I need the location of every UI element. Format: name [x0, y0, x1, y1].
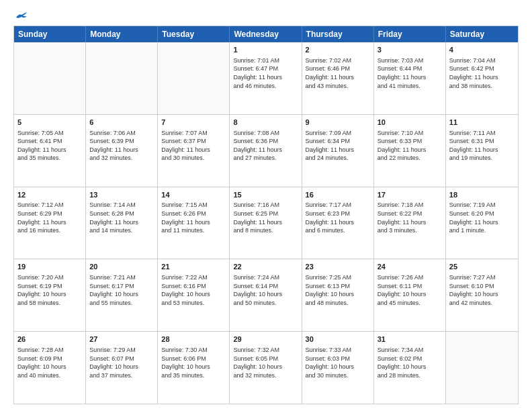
calendar-header: SundayMondayTuesdayWednesdayThursdayFrid…	[14, 26, 518, 42]
calendar-cell-3-3: 14Sunrise: 7:15 AM Sunset: 6:26 PM Dayli…	[158, 187, 230, 259]
calendar-cell-3-7: 18Sunrise: 7:19 AM Sunset: 6:20 PM Dayli…	[446, 187, 518, 259]
calendar-cell-1-5: 2Sunrise: 7:02 AM Sunset: 6:46 PM Daylig…	[302, 42, 374, 114]
calendar-cell-5-1: 26Sunrise: 7:28 AM Sunset: 6:09 PM Dayli…	[14, 332, 86, 404]
cell-info: Sunrise: 7:07 AM Sunset: 6:37 PM Dayligh…	[161, 129, 226, 163]
day-number: 4	[449, 45, 515, 55]
day-number: 13	[89, 190, 154, 200]
cell-info: Sunrise: 7:18 AM Sunset: 6:22 PM Dayligh…	[378, 201, 442, 234]
calendar-cell-5-2: 27Sunrise: 7:29 AM Sunset: 6:07 PM Dayli…	[86, 332, 158, 404]
calendar-cell-2-5: 9Sunrise: 7:09 AM Sunset: 6:34 PM Daylig…	[302, 115, 374, 187]
calendar-row-4: 19Sunrise: 7:20 AM Sunset: 6:19 PM Dayli…	[14, 259, 518, 331]
day-number: 10	[378, 118, 442, 128]
day-number: 11	[449, 118, 515, 128]
cell-info: Sunrise: 7:30 AM Sunset: 6:06 PM Dayligh…	[161, 346, 226, 379]
day-number: 8	[233, 118, 298, 128]
day-number: 18	[449, 190, 515, 200]
weekday-header-monday: Monday	[86, 26, 158, 42]
cell-info: Sunrise: 7:02 AM Sunset: 6:46 PM Dayligh…	[306, 56, 370, 90]
calendar-cell-5-7	[446, 332, 518, 404]
cell-info: Sunrise: 7:27 AM Sunset: 6:10 PM Dayligh…	[449, 273, 515, 307]
day-number: 31	[378, 334, 442, 345]
day-number: 3	[378, 45, 442, 55]
weekday-header-saturday: Saturday	[446, 26, 518, 42]
cell-info: Sunrise: 7:04 AM Sunset: 6:42 PM Dayligh…	[449, 56, 515, 90]
logo	[13, 11, 28, 20]
logo-bird-icon	[15, 11, 28, 20]
day-number: 24	[378, 262, 442, 272]
day-number: 25	[449, 262, 515, 272]
day-number: 15	[233, 190, 298, 200]
calendar-cell-3-1: 12Sunrise: 7:12 AM Sunset: 6:29 PM Dayli…	[14, 187, 86, 259]
day-number: 26	[17, 334, 82, 345]
calendar-cell-5-3: 28Sunrise: 7:30 AM Sunset: 6:06 PM Dayli…	[158, 332, 230, 404]
calendar-cell-2-2: 6Sunrise: 7:06 AM Sunset: 6:39 PM Daylig…	[86, 115, 158, 187]
page: SundayMondayTuesdayWednesdayThursdayFrid…	[0, 0, 532, 411]
cell-info: Sunrise: 7:06 AM Sunset: 6:39 PM Dayligh…	[89, 129, 154, 163]
calendar-cell-2-6: 10Sunrise: 7:10 AM Sunset: 6:33 PM Dayli…	[374, 115, 446, 187]
day-number: 9	[306, 118, 370, 128]
cell-info: Sunrise: 7:25 AM Sunset: 6:13 PM Dayligh…	[306, 273, 370, 307]
cell-info: Sunrise: 7:05 AM Sunset: 6:41 PM Dayligh…	[17, 129, 82, 163]
day-number: 5	[17, 118, 82, 128]
calendar-cell-1-3	[158, 42, 230, 114]
calendar-cell-3-2: 13Sunrise: 7:14 AM Sunset: 6:28 PM Dayli…	[86, 187, 158, 259]
calendar-cell-4-2: 20Sunrise: 7:21 AM Sunset: 6:17 PM Dayli…	[86, 259, 158, 331]
cell-info: Sunrise: 7:12 AM Sunset: 6:29 PM Dayligh…	[17, 201, 82, 234]
calendar-cell-2-1: 5Sunrise: 7:05 AM Sunset: 6:41 PM Daylig…	[14, 115, 86, 187]
cell-info: Sunrise: 7:10 AM Sunset: 6:33 PM Dayligh…	[378, 129, 442, 163]
calendar-row-1: 1Sunrise: 7:01 AM Sunset: 6:47 PM Daylig…	[14, 42, 518, 114]
calendar-cell-1-1	[14, 42, 86, 114]
calendar-cell-1-2	[86, 42, 158, 114]
cell-info: Sunrise: 7:16 AM Sunset: 6:25 PM Dayligh…	[233, 201, 298, 234]
calendar-cell-5-5: 30Sunrise: 7:33 AM Sunset: 6:03 PM Dayli…	[302, 332, 374, 404]
calendar-cell-4-7: 25Sunrise: 7:27 AM Sunset: 6:10 PM Dayli…	[446, 259, 518, 331]
calendar-cell-5-4: 29Sunrise: 7:32 AM Sunset: 6:05 PM Dayli…	[230, 332, 302, 404]
calendar-cell-2-7: 11Sunrise: 7:11 AM Sunset: 6:31 PM Dayli…	[446, 115, 518, 187]
day-number: 27	[89, 334, 154, 345]
day-number: 29	[233, 334, 298, 345]
cell-info: Sunrise: 7:32 AM Sunset: 6:05 PM Dayligh…	[233, 346, 298, 379]
day-number: 14	[161, 190, 226, 200]
weekday-header-friday: Friday	[374, 26, 446, 42]
day-number: 20	[89, 262, 154, 272]
calendar-cell-4-6: 24Sunrise: 7:26 AM Sunset: 6:11 PM Dayli…	[374, 259, 446, 331]
cell-info: Sunrise: 7:01 AM Sunset: 6:47 PM Dayligh…	[233, 56, 298, 90]
calendar-cell-1-4: 1Sunrise: 7:01 AM Sunset: 6:47 PM Daylig…	[230, 42, 302, 114]
cell-info: Sunrise: 7:21 AM Sunset: 6:17 PM Dayligh…	[89, 273, 154, 307]
cell-info: Sunrise: 7:29 AM Sunset: 6:07 PM Dayligh…	[89, 346, 154, 379]
weekday-header-wednesday: Wednesday	[230, 26, 302, 42]
calendar-row-2: 5Sunrise: 7:05 AM Sunset: 6:41 PM Daylig…	[14, 114, 518, 187]
header	[13, 11, 519, 20]
calendar-cell-2-3: 7Sunrise: 7:07 AM Sunset: 6:37 PM Daylig…	[158, 115, 230, 187]
cell-info: Sunrise: 7:17 AM Sunset: 6:23 PM Dayligh…	[306, 201, 370, 234]
day-number: 2	[306, 45, 370, 55]
calendar-cell-4-1: 19Sunrise: 7:20 AM Sunset: 6:19 PM Dayli…	[14, 259, 86, 331]
day-number: 16	[306, 190, 370, 200]
calendar-row-5: 26Sunrise: 7:28 AM Sunset: 6:09 PM Dayli…	[14, 331, 518, 404]
cell-info: Sunrise: 7:22 AM Sunset: 6:16 PM Dayligh…	[161, 273, 226, 307]
cell-info: Sunrise: 7:24 AM Sunset: 6:14 PM Dayligh…	[233, 273, 298, 307]
cell-info: Sunrise: 7:14 AM Sunset: 6:28 PM Dayligh…	[89, 201, 154, 234]
day-number: 1	[233, 45, 298, 55]
cell-info: Sunrise: 7:09 AM Sunset: 6:34 PM Dayligh…	[306, 129, 370, 163]
day-number: 23	[306, 262, 370, 272]
calendar-cell-4-4: 22Sunrise: 7:24 AM Sunset: 6:14 PM Dayli…	[230, 259, 302, 331]
calendar: SundayMondayTuesdayWednesdayThursdayFrid…	[13, 26, 519, 404]
calendar-row-3: 12Sunrise: 7:12 AM Sunset: 6:29 PM Dayli…	[14, 187, 518, 259]
calendar-cell-1-7: 4Sunrise: 7:04 AM Sunset: 6:42 PM Daylig…	[446, 42, 518, 114]
calendar-cell-4-3: 21Sunrise: 7:22 AM Sunset: 6:16 PM Dayli…	[158, 259, 230, 331]
day-number: 12	[17, 190, 82, 200]
calendar-cell-1-6: 3Sunrise: 7:03 AM Sunset: 6:44 PM Daylig…	[374, 42, 446, 114]
cell-info: Sunrise: 7:28 AM Sunset: 6:09 PM Dayligh…	[17, 346, 82, 379]
calendar-cell-3-6: 17Sunrise: 7:18 AM Sunset: 6:22 PM Dayli…	[374, 187, 446, 259]
cell-info: Sunrise: 7:33 AM Sunset: 6:03 PM Dayligh…	[306, 346, 370, 379]
calendar-cell-4-5: 23Sunrise: 7:25 AM Sunset: 6:13 PM Dayli…	[302, 259, 374, 331]
cell-info: Sunrise: 7:03 AM Sunset: 6:44 PM Dayligh…	[378, 56, 442, 90]
calendar-cell-5-6: 31Sunrise: 7:34 AM Sunset: 6:02 PM Dayli…	[374, 332, 446, 404]
day-number: 19	[17, 262, 82, 272]
day-number: 30	[306, 334, 370, 345]
day-number: 6	[89, 118, 154, 128]
day-number: 21	[161, 262, 226, 272]
weekday-header-sunday: Sunday	[14, 26, 86, 42]
cell-info: Sunrise: 7:08 AM Sunset: 6:36 PM Dayligh…	[233, 129, 298, 163]
